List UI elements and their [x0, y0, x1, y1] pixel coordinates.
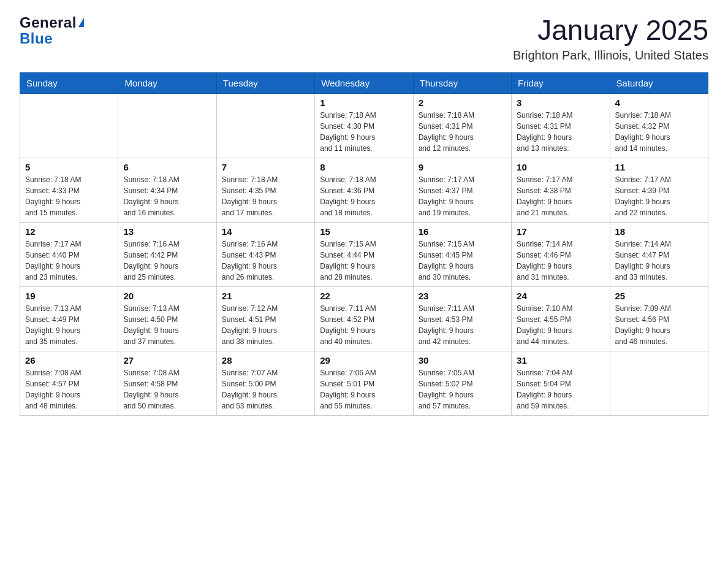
day-info: Sunrise: 7:18 AM Sunset: 4:31 PM Dayligh…	[517, 110, 604, 154]
calendar-cell: 13Sunrise: 7:16 AM Sunset: 4:42 PM Dayli…	[118, 222, 216, 286]
calendar-cell: 20Sunrise: 7:13 AM Sunset: 4:50 PM Dayli…	[118, 286, 216, 351]
day-info: Sunrise: 7:09 AM Sunset: 4:56 PM Dayligh…	[615, 303, 703, 347]
calendar-cell: 17Sunrise: 7:14 AM Sunset: 4:46 PM Dayli…	[512, 222, 610, 286]
calendar-cell: 1Sunrise: 7:18 AM Sunset: 4:30 PM Daylig…	[315, 93, 413, 158]
title-block: January 2025 Brighton Park, Illinois, Un…	[513, 15, 708, 63]
day-info: Sunrise: 7:18 AM Sunset: 4:32 PM Dayligh…	[615, 110, 703, 154]
calendar-cell: 24Sunrise: 7:10 AM Sunset: 4:55 PM Dayli…	[512, 286, 610, 351]
calendar-cell	[20, 93, 118, 158]
day-info: Sunrise: 7:05 AM Sunset: 5:02 PM Dayligh…	[419, 367, 506, 412]
day-info: Sunrise: 7:18 AM Sunset: 4:31 PM Dayligh…	[419, 110, 506, 154]
day-number: 9	[419, 162, 506, 172]
day-info: Sunrise: 7:08 AM Sunset: 4:58 PM Dayligh…	[123, 367, 211, 412]
day-info: Sunrise: 7:16 AM Sunset: 4:43 PM Dayligh…	[222, 239, 309, 283]
day-info: Sunrise: 7:07 AM Sunset: 5:00 PM Dayligh…	[222, 367, 309, 412]
calendar-cell: 29Sunrise: 7:06 AM Sunset: 5:01 PM Dayli…	[315, 351, 413, 415]
day-info: Sunrise: 7:13 AM Sunset: 4:49 PM Dayligh…	[25, 303, 113, 347]
calendar-cell: 4Sunrise: 7:18 AM Sunset: 4:32 PM Daylig…	[610, 93, 708, 158]
calendar-cell: 25Sunrise: 7:09 AM Sunset: 4:56 PM Dayli…	[610, 286, 708, 351]
calendar-subtitle: Brighton Park, Illinois, United States	[513, 48, 708, 63]
day-number: 5	[25, 162, 113, 172]
day-number: 3	[517, 98, 604, 108]
day-info: Sunrise: 7:14 AM Sunset: 4:47 PM Dayligh…	[615, 239, 703, 283]
day-number: 25	[615, 291, 703, 301]
day-number: 14	[222, 226, 309, 237]
calendar-cell: 31Sunrise: 7:04 AM Sunset: 5:04 PM Dayli…	[512, 351, 610, 415]
calendar-cell: 12Sunrise: 7:17 AM Sunset: 4:40 PM Dayli…	[20, 222, 118, 286]
calendar-cell	[216, 93, 314, 158]
calendar-title: January 2025	[513, 15, 708, 46]
day-info: Sunrise: 7:18 AM Sunset: 4:36 PM Dayligh…	[320, 174, 408, 218]
calendar-cell: 8Sunrise: 7:18 AM Sunset: 4:36 PM Daylig…	[315, 158, 413, 222]
calendar-cell: 15Sunrise: 7:15 AM Sunset: 4:44 PM Dayli…	[315, 222, 413, 286]
calendar-cell: 10Sunrise: 7:17 AM Sunset: 4:38 PM Dayli…	[512, 158, 610, 222]
calendar-cell: 28Sunrise: 7:07 AM Sunset: 5:00 PM Dayli…	[216, 351, 314, 415]
day-info: Sunrise: 7:10 AM Sunset: 4:55 PM Dayligh…	[517, 303, 604, 347]
day-number: 2	[419, 98, 506, 108]
day-number: 22	[320, 291, 408, 301]
logo: General Blue	[20, 15, 84, 47]
week-row-3: 19Sunrise: 7:13 AM Sunset: 4:49 PM Dayli…	[20, 286, 708, 351]
day-number: 4	[615, 98, 703, 108]
calendar-cell	[610, 351, 708, 415]
week-row-4: 26Sunrise: 7:08 AM Sunset: 4:57 PM Dayli…	[20, 351, 708, 415]
logo-general-text: General	[20, 15, 77, 31]
day-number: 27	[123, 355, 211, 366]
day-info: Sunrise: 7:15 AM Sunset: 4:45 PM Dayligh…	[419, 239, 506, 283]
day-number: 23	[419, 291, 506, 301]
calendar-cell: 6Sunrise: 7:18 AM Sunset: 4:34 PM Daylig…	[118, 158, 216, 222]
logo-blue-text: Blue	[20, 31, 84, 47]
day-info: Sunrise: 7:12 AM Sunset: 4:51 PM Dayligh…	[222, 303, 309, 347]
day-number: 20	[123, 291, 211, 301]
day-info: Sunrise: 7:17 AM Sunset: 4:37 PM Dayligh…	[419, 174, 506, 218]
calendar-cell: 26Sunrise: 7:08 AM Sunset: 4:57 PM Dayli…	[20, 351, 118, 415]
calendar-cell: 21Sunrise: 7:12 AM Sunset: 4:51 PM Dayli…	[216, 286, 314, 351]
weekday-header-friday: Friday	[512, 72, 610, 93]
day-info: Sunrise: 7:13 AM Sunset: 4:50 PM Dayligh…	[123, 303, 211, 347]
day-number: 21	[222, 291, 309, 301]
day-number: 1	[320, 98, 408, 108]
day-info: Sunrise: 7:17 AM Sunset: 4:40 PM Dayligh…	[25, 239, 113, 283]
day-info: Sunrise: 7:04 AM Sunset: 5:04 PM Dayligh…	[517, 367, 604, 412]
day-number: 26	[25, 355, 113, 366]
calendar-cell: 2Sunrise: 7:18 AM Sunset: 4:31 PM Daylig…	[413, 93, 511, 158]
day-info: Sunrise: 7:18 AM Sunset: 4:34 PM Dayligh…	[123, 174, 211, 218]
day-info: Sunrise: 7:17 AM Sunset: 4:38 PM Dayligh…	[517, 174, 604, 218]
day-number: 12	[25, 226, 113, 237]
day-number: 10	[517, 162, 604, 172]
weekday-header-sunday: Sunday	[20, 72, 118, 93]
week-row-2: 12Sunrise: 7:17 AM Sunset: 4:40 PM Dayli…	[20, 222, 708, 286]
weekday-header-row: SundayMondayTuesdayWednesdayThursdayFrid…	[20, 72, 708, 93]
day-info: Sunrise: 7:11 AM Sunset: 4:52 PM Dayligh…	[320, 303, 408, 347]
day-number: 6	[123, 162, 211, 172]
calendar-cell: 5Sunrise: 7:18 AM Sunset: 4:33 PM Daylig…	[20, 158, 118, 222]
day-info: Sunrise: 7:16 AM Sunset: 4:42 PM Dayligh…	[123, 239, 211, 283]
day-info: Sunrise: 7:18 AM Sunset: 4:35 PM Dayligh…	[222, 174, 309, 218]
day-number: 16	[419, 226, 506, 237]
calendar-cell: 3Sunrise: 7:18 AM Sunset: 4:31 PM Daylig…	[512, 93, 610, 158]
day-number: 8	[320, 162, 408, 172]
calendar-cell: 11Sunrise: 7:17 AM Sunset: 4:39 PM Dayli…	[610, 158, 708, 222]
calendar-cell: 30Sunrise: 7:05 AM Sunset: 5:02 PM Dayli…	[413, 351, 511, 415]
day-number: 7	[222, 162, 309, 172]
weekday-header-thursday: Thursday	[413, 72, 511, 93]
day-number: 29	[320, 355, 408, 366]
day-number: 24	[517, 291, 604, 301]
day-number: 13	[123, 226, 211, 237]
day-number: 28	[222, 355, 309, 366]
day-info: Sunrise: 7:11 AM Sunset: 4:53 PM Dayligh…	[419, 303, 506, 347]
day-info: Sunrise: 7:18 AM Sunset: 4:33 PM Dayligh…	[25, 174, 113, 218]
calendar-cell: 16Sunrise: 7:15 AM Sunset: 4:45 PM Dayli…	[413, 222, 511, 286]
weekday-header-tuesday: Tuesday	[216, 72, 314, 93]
logo-triangle-icon	[78, 18, 84, 27]
calendar-cell: 19Sunrise: 7:13 AM Sunset: 4:49 PM Dayli…	[20, 286, 118, 351]
week-row-1: 5Sunrise: 7:18 AM Sunset: 4:33 PM Daylig…	[20, 158, 708, 222]
calendar-cell: 22Sunrise: 7:11 AM Sunset: 4:52 PM Dayli…	[315, 286, 413, 351]
day-number: 18	[615, 226, 703, 237]
weekday-header-wednesday: Wednesday	[315, 72, 413, 93]
weekday-header-monday: Monday	[118, 72, 216, 93]
calendar-cell: 23Sunrise: 7:11 AM Sunset: 4:53 PM Dayli…	[413, 286, 511, 351]
week-row-0: 1Sunrise: 7:18 AM Sunset: 4:30 PM Daylig…	[20, 93, 708, 158]
day-number: 11	[615, 162, 703, 172]
calendar-cell	[118, 93, 216, 158]
